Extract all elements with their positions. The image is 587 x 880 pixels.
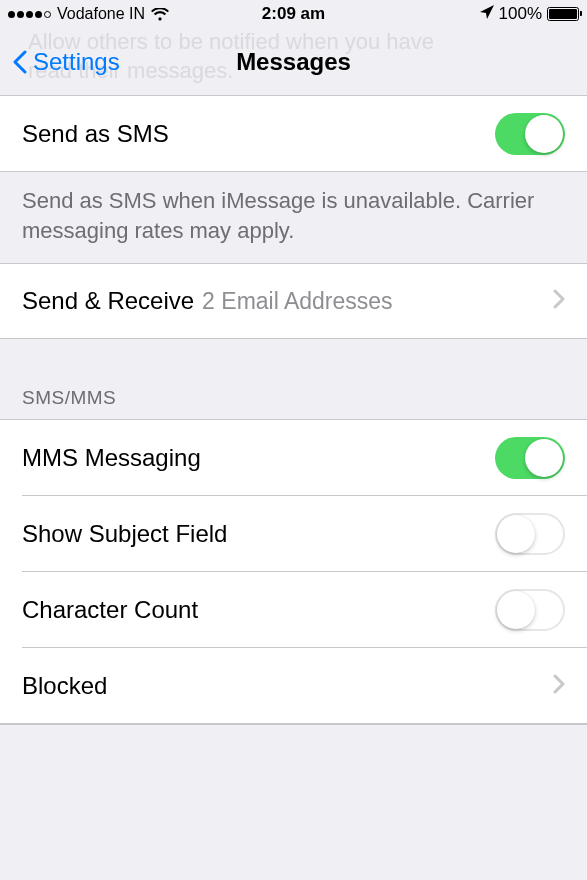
wifi-icon [151, 8, 169, 21]
send-as-sms-toggle[interactable] [495, 113, 565, 155]
send-receive-value: 2 Email Addresses [202, 288, 553, 315]
chevron-right-icon [553, 287, 565, 315]
blocked-label: Blocked [22, 672, 107, 700]
mms-messaging-label: MMS Messaging [22, 444, 201, 472]
signal-strength-icon [8, 11, 51, 18]
status-bar: Vodafone IN 2:09 am 100% [0, 0, 587, 28]
navigation-bar: Settings Messages [0, 28, 587, 96]
character-count-row: Character Count [0, 572, 587, 648]
back-label: Settings [33, 48, 120, 76]
blocked-row[interactable]: Blocked [0, 648, 587, 724]
show-subject-label: Show Subject Field [22, 520, 227, 548]
carrier-label: Vodafone IN [57, 5, 145, 23]
location-icon [480, 4, 494, 24]
page-title: Messages [236, 48, 351, 76]
mms-messaging-toggle[interactable] [495, 437, 565, 479]
status-time: 2:09 am [262, 4, 325, 24]
chevron-left-icon [12, 50, 27, 74]
send-as-sms-label: Send as SMS [22, 120, 169, 148]
chevron-right-icon [553, 672, 565, 700]
sms-mms-group: MMS Messaging Show Subject Field Charact… [0, 419, 587, 725]
back-button[interactable]: Settings [0, 48, 120, 76]
send-receive-label: Send & Receive [22, 287, 194, 315]
mms-messaging-row: MMS Messaging [0, 420, 587, 496]
battery-percentage: 100% [499, 4, 542, 24]
send-as-sms-footer: Send as SMS when iMessage is unavailable… [0, 172, 587, 263]
send-as-sms-row: Send as SMS [0, 96, 587, 172]
send-receive-row[interactable]: Send & Receive 2 Email Addresses [0, 263, 587, 339]
character-count-toggle[interactable] [495, 589, 565, 631]
section-header-sms-mms: SMS/MMS [0, 339, 587, 419]
character-count-label: Character Count [22, 596, 198, 624]
show-subject-row: Show Subject Field [0, 496, 587, 572]
battery-icon [547, 7, 579, 21]
show-subject-toggle[interactable] [495, 513, 565, 555]
